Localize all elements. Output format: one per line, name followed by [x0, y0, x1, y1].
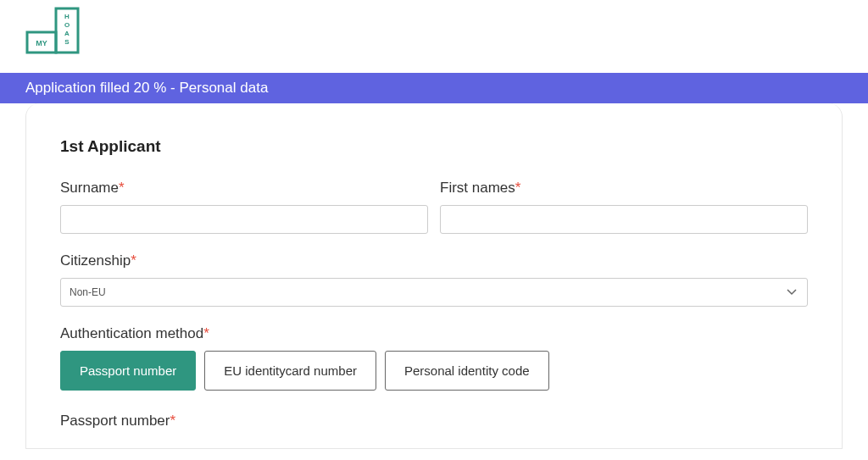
surname-input[interactable] [60, 205, 428, 234]
auth-option-pic[interactable]: Personal identity code [385, 351, 549, 391]
logo-my-text: MY [36, 39, 47, 47]
firstnames-input[interactable] [440, 205, 808, 234]
surname-field: Surname* [60, 180, 428, 234]
svg-text:O: O [64, 21, 70, 29]
required-asterisk: * [203, 325, 209, 341]
section-title: 1st Applicant [60, 137, 808, 156]
svg-text:A: A [64, 30, 70, 37]
auth-option-eu-id[interactable]: EU identitycard number [204, 351, 376, 391]
auth-method-label: Authentication method* [60, 325, 808, 342]
citizenship-field: Citizenship* Non-EU [60, 252, 808, 307]
passport-number-label: Passport number* [60, 413, 808, 430]
required-asterisk: * [515, 180, 521, 196]
required-asterisk: * [170, 413, 175, 429]
surname-label: Surname* [60, 180, 428, 197]
citizenship-select[interactable]: Non-EU [60, 278, 808, 307]
auth-option-passport[interactable]: Passport number [60, 351, 196, 391]
svg-text:H: H [64, 13, 70, 20]
auth-method-field: Authentication method* Passport number E… [60, 325, 808, 391]
progress-text: Application filled 20 % - Personal data [25, 80, 268, 96]
form-card: 1st Applicant Surname* First names* Citi… [25, 103, 843, 449]
firstnames-field: First names* [440, 180, 808, 234]
firstnames-label: First names* [440, 180, 808, 197]
required-asterisk: * [119, 180, 125, 196]
header: MY H O A S [0, 0, 868, 73]
svg-text:S: S [64, 38, 70, 46]
passport-number-field: Passport number* [60, 413, 808, 430]
logo: MY H O A S [25, 7, 80, 58]
auth-method-options: Passport number EU identitycard number P… [60, 351, 808, 391]
required-asterisk: * [131, 252, 136, 269]
progress-banner: Application filled 20 % - Personal data [0, 73, 868, 103]
citizenship-label: Citizenship* [60, 252, 808, 269]
